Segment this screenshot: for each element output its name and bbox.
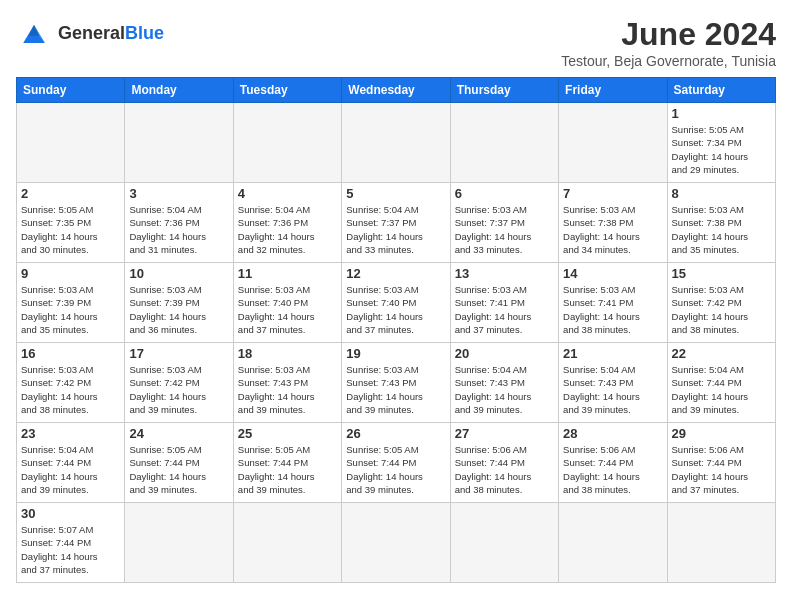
day-number: 13 [455,266,554,281]
calendar-cell [125,503,233,583]
day-number: 16 [21,346,120,361]
day-number: 10 [129,266,228,281]
weekday-header-row: SundayMondayTuesdayWednesdayThursdayFrid… [17,78,776,103]
day-number: 18 [238,346,337,361]
weekday-header: Tuesday [233,78,341,103]
day-number: 24 [129,426,228,441]
calendar-cell: 26Sunrise: 5:05 AM Sunset: 7:44 PM Dayli… [342,423,450,503]
weekday-header: Monday [125,78,233,103]
calendar-cell: 24Sunrise: 5:05 AM Sunset: 7:44 PM Dayli… [125,423,233,503]
calendar-cell: 8Sunrise: 5:03 AM Sunset: 7:38 PM Daylig… [667,183,775,263]
day-info: Sunrise: 5:04 AM Sunset: 7:36 PM Dayligh… [238,203,337,256]
day-info: Sunrise: 5:03 AM Sunset: 7:40 PM Dayligh… [346,283,445,336]
day-info: Sunrise: 5:04 AM Sunset: 7:44 PM Dayligh… [21,443,120,496]
calendar-cell: 11Sunrise: 5:03 AM Sunset: 7:40 PM Dayli… [233,263,341,343]
day-number: 9 [21,266,120,281]
day-info: Sunrise: 5:04 AM Sunset: 7:36 PM Dayligh… [129,203,228,256]
weekday-header: Thursday [450,78,558,103]
day-number: 30 [21,506,120,521]
day-info: Sunrise: 5:06 AM Sunset: 7:44 PM Dayligh… [455,443,554,496]
week-row: 1Sunrise: 5:05 AM Sunset: 7:34 PM Daylig… [17,103,776,183]
svg-marker-1 [29,25,40,36]
calendar-cell: 22Sunrise: 5:04 AM Sunset: 7:44 PM Dayli… [667,343,775,423]
day-info: Sunrise: 5:05 AM Sunset: 7:34 PM Dayligh… [672,123,771,176]
calendar-cell: 2Sunrise: 5:05 AM Sunset: 7:35 PM Daylig… [17,183,125,263]
calendar-cell: 10Sunrise: 5:03 AM Sunset: 7:39 PM Dayli… [125,263,233,343]
day-info: Sunrise: 5:05 AM Sunset: 7:44 PM Dayligh… [129,443,228,496]
calendar-cell [233,103,341,183]
calendar-cell: 5Sunrise: 5:04 AM Sunset: 7:37 PM Daylig… [342,183,450,263]
day-info: Sunrise: 5:03 AM Sunset: 7:41 PM Dayligh… [563,283,662,336]
day-number: 11 [238,266,337,281]
day-info: Sunrise: 5:06 AM Sunset: 7:44 PM Dayligh… [672,443,771,496]
day-number: 12 [346,266,445,281]
day-info: Sunrise: 5:03 AM Sunset: 7:38 PM Dayligh… [563,203,662,256]
day-info: Sunrise: 5:03 AM Sunset: 7:39 PM Dayligh… [21,283,120,336]
week-row: 30Sunrise: 5:07 AM Sunset: 7:44 PM Dayli… [17,503,776,583]
calendar-cell: 29Sunrise: 5:06 AM Sunset: 7:44 PM Dayli… [667,423,775,503]
day-number: 28 [563,426,662,441]
day-info: Sunrise: 5:03 AM Sunset: 7:42 PM Dayligh… [672,283,771,336]
calendar-cell: 28Sunrise: 5:06 AM Sunset: 7:44 PM Dayli… [559,423,667,503]
day-number: 5 [346,186,445,201]
calendar-cell [342,103,450,183]
calendar-cell [17,103,125,183]
day-number: 27 [455,426,554,441]
calendar-cell: 19Sunrise: 5:03 AM Sunset: 7:43 PM Dayli… [342,343,450,423]
week-row: 9Sunrise: 5:03 AM Sunset: 7:39 PM Daylig… [17,263,776,343]
calendar-cell: 21Sunrise: 5:04 AM Sunset: 7:43 PM Dayli… [559,343,667,423]
calendar-cell: 9Sunrise: 5:03 AM Sunset: 7:39 PM Daylig… [17,263,125,343]
day-info: Sunrise: 5:03 AM Sunset: 7:37 PM Dayligh… [455,203,554,256]
day-info: Sunrise: 5:03 AM Sunset: 7:42 PM Dayligh… [129,363,228,416]
calendar-cell: 6Sunrise: 5:03 AM Sunset: 7:37 PM Daylig… [450,183,558,263]
calendar-cell [342,503,450,583]
month-title: June 2024 [561,16,776,53]
day-number: 14 [563,266,662,281]
day-info: Sunrise: 5:04 AM Sunset: 7:37 PM Dayligh… [346,203,445,256]
calendar-cell [450,103,558,183]
day-number: 15 [672,266,771,281]
calendar-cell: 1Sunrise: 5:05 AM Sunset: 7:34 PM Daylig… [667,103,775,183]
calendar-cell [125,103,233,183]
day-info: Sunrise: 5:04 AM Sunset: 7:43 PM Dayligh… [563,363,662,416]
calendar-cell: 4Sunrise: 5:04 AM Sunset: 7:36 PM Daylig… [233,183,341,263]
day-info: Sunrise: 5:03 AM Sunset: 7:41 PM Dayligh… [455,283,554,336]
day-info: Sunrise: 5:05 AM Sunset: 7:44 PM Dayligh… [238,443,337,496]
day-number: 22 [672,346,771,361]
calendar-cell: 18Sunrise: 5:03 AM Sunset: 7:43 PM Dayli… [233,343,341,423]
calendar-cell [559,503,667,583]
day-number: 4 [238,186,337,201]
day-number: 29 [672,426,771,441]
subtitle: Testour, Beja Governorate, Tunisia [561,53,776,69]
calendar-cell: 30Sunrise: 5:07 AM Sunset: 7:44 PM Dayli… [17,503,125,583]
week-row: 2Sunrise: 5:05 AM Sunset: 7:35 PM Daylig… [17,183,776,263]
day-number: 1 [672,106,771,121]
day-info: Sunrise: 5:04 AM Sunset: 7:43 PM Dayligh… [455,363,554,416]
calendar-cell: 7Sunrise: 5:03 AM Sunset: 7:38 PM Daylig… [559,183,667,263]
day-number: 3 [129,186,228,201]
weekday-header: Sunday [17,78,125,103]
header: GeneralBlue June 2024 Testour, Beja Gove… [16,16,776,69]
day-info: Sunrise: 5:03 AM Sunset: 7:42 PM Dayligh… [21,363,120,416]
day-number: 21 [563,346,662,361]
day-info: Sunrise: 5:03 AM Sunset: 7:39 PM Dayligh… [129,283,228,336]
day-number: 25 [238,426,337,441]
calendar-cell [233,503,341,583]
calendar-cell: 25Sunrise: 5:05 AM Sunset: 7:44 PM Dayli… [233,423,341,503]
day-number: 2 [21,186,120,201]
calendar-cell: 14Sunrise: 5:03 AM Sunset: 7:41 PM Dayli… [559,263,667,343]
logo: GeneralBlue [16,16,164,52]
calendar-cell: 27Sunrise: 5:06 AM Sunset: 7:44 PM Dayli… [450,423,558,503]
calendar-cell: 20Sunrise: 5:04 AM Sunset: 7:43 PM Dayli… [450,343,558,423]
calendar-cell: 3Sunrise: 5:04 AM Sunset: 7:36 PM Daylig… [125,183,233,263]
weekday-header: Saturday [667,78,775,103]
day-number: 20 [455,346,554,361]
week-row: 23Sunrise: 5:04 AM Sunset: 7:44 PM Dayli… [17,423,776,503]
day-info: Sunrise: 5:03 AM Sunset: 7:38 PM Dayligh… [672,203,771,256]
logo-icon [16,16,52,52]
calendar-cell [667,503,775,583]
day-number: 8 [672,186,771,201]
weekday-header: Friday [559,78,667,103]
day-number: 19 [346,346,445,361]
calendar-cell: 16Sunrise: 5:03 AM Sunset: 7:42 PM Dayli… [17,343,125,423]
